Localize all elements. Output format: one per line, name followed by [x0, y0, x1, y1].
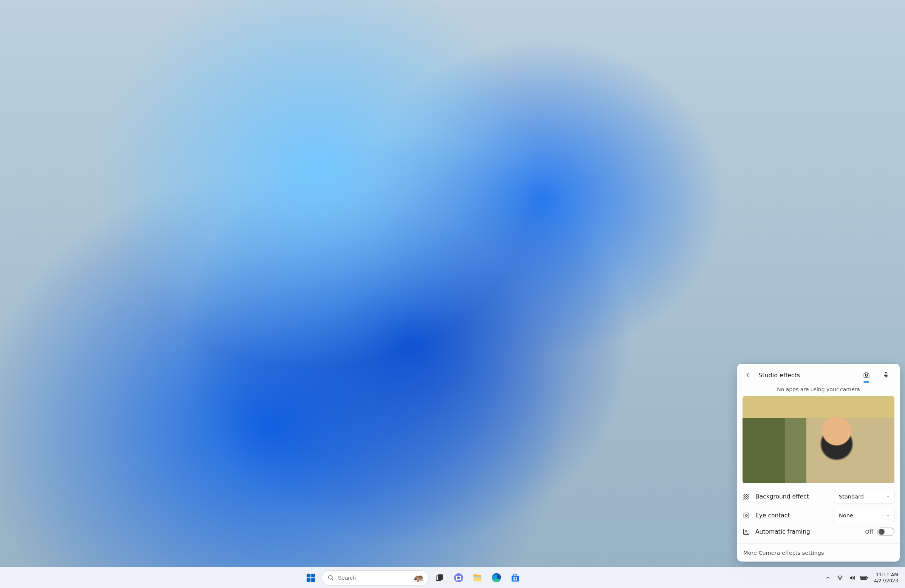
- eye-contact-label: Eye contact: [755, 512, 829, 519]
- camera-status-text: No apps are using your camera: [737, 385, 900, 396]
- microphone-icon: [882, 371, 890, 379]
- taskbar: 🦛 11:11 AM 4/27/2: [0, 567, 905, 588]
- flyout-title: Studio effects: [758, 372, 854, 379]
- clock-date: 4/27/2023: [874, 578, 898, 584]
- automatic-framing-state: Off: [865, 529, 873, 535]
- flyout-header: Studio effects: [737, 364, 900, 385]
- wifi-icon: [837, 574, 843, 581]
- row-eye-contact: Eye contact None: [743, 509, 894, 522]
- chevron-up-icon: [825, 575, 830, 580]
- eye-contact-value: None: [839, 512, 853, 518]
- svg-rect-15: [473, 576, 481, 577]
- automatic-framing-toggle[interactable]: [877, 528, 894, 536]
- row-automatic-framing: Automatic framing Off: [743, 528, 894, 536]
- svg-rect-1: [885, 372, 887, 376]
- folder-icon: [472, 572, 483, 583]
- automatic-framing-control: Off: [865, 528, 894, 536]
- svg-point-10: [329, 575, 332, 579]
- background-effect-label: Background effect: [755, 493, 829, 500]
- search-highlight-emoji: 🦛: [413, 573, 424, 582]
- desktop-wallpaper[interactable]: Studio effects No apps are using your ca…: [0, 0, 905, 567]
- search-input[interactable]: [337, 574, 410, 581]
- svg-rect-2: [744, 513, 749, 518]
- taskbar-clock[interactable]: 11:11 AM 4/27/2023: [871, 572, 901, 583]
- taskbar-app-store[interactable]: [507, 570, 523, 586]
- svg-rect-17: [511, 575, 519, 581]
- tray-battery[interactable]: [859, 570, 870, 586]
- battery-icon: [860, 574, 868, 581]
- background-effect-select[interactable]: Standard: [834, 490, 894, 503]
- search-icon: [327, 574, 334, 581]
- more-camera-effects-link[interactable]: More Camera effects settings: [743, 550, 824, 556]
- svg-rect-24: [861, 577, 866, 578]
- chat-icon: [453, 573, 463, 583]
- eye-contact-select[interactable]: None: [834, 509, 894, 522]
- chevron-down-icon: [886, 494, 890, 499]
- edge-icon: [491, 573, 501, 583]
- automatic-framing-label: Automatic framing: [755, 528, 860, 535]
- windows-icon: [306, 573, 316, 583]
- taskbar-app-chat[interactable]: [451, 570, 466, 586]
- taskbar-app-edge[interactable]: [488, 570, 504, 586]
- svg-rect-18: [513, 577, 514, 578]
- start-button[interactable]: [303, 570, 319, 586]
- taskbar-app-explorer[interactable]: [469, 570, 485, 586]
- volume-icon: [849, 574, 856, 581]
- svg-point-14: [457, 576, 460, 579]
- taskbar-search[interactable]: 🦛: [322, 570, 429, 585]
- svg-rect-12: [438, 575, 443, 579]
- flyout-footer: More Camera effects settings: [737, 544, 900, 561]
- tray-overflow[interactable]: [822, 570, 833, 586]
- back-button[interactable]: [742, 369, 754, 381]
- eye-contact-icon: [743, 512, 750, 519]
- background-effect-value: Standard: [839, 494, 864, 500]
- camera-icon: [863, 371, 870, 379]
- svg-rect-20: [513, 579, 514, 580]
- tab-microphone[interactable]: [878, 368, 894, 382]
- svg-rect-8: [306, 578, 310, 582]
- store-icon: [510, 573, 520, 583]
- system-tray: 11:11 AM 4/27/2023: [822, 570, 901, 586]
- row-background-effect: Background effect Standard: [743, 490, 894, 503]
- chevron-down-icon: [886, 513, 890, 518]
- task-view-button[interactable]: [432, 570, 448, 586]
- tray-wifi[interactable]: [835, 570, 845, 586]
- svg-rect-25: [867, 577, 868, 578]
- clock-time: 11:11 AM: [874, 572, 898, 578]
- automatic-framing-icon: [743, 528, 750, 536]
- tab-camera[interactable]: [859, 368, 874, 382]
- settings-list: Background effect Standard Eye contact N…: [737, 483, 900, 540]
- svg-point-0: [865, 374, 868, 377]
- svg-rect-7: [311, 574, 315, 577]
- svg-rect-6: [306, 574, 310, 577]
- svg-rect-19: [515, 577, 517, 578]
- studio-effects-flyout: Studio effects No apps are using your ca…: [737, 364, 900, 561]
- svg-point-22: [840, 579, 840, 580]
- svg-point-5: [746, 530, 747, 532]
- tray-volume[interactable]: [847, 570, 857, 586]
- taskbar-center: 🦛: [303, 570, 523, 586]
- svg-rect-9: [311, 578, 315, 582]
- task-view-icon: [435, 573, 444, 582]
- arrow-left-icon: [745, 372, 751, 379]
- svg-rect-21: [515, 579, 517, 580]
- camera-preview: [743, 396, 894, 483]
- background-effect-icon: [743, 493, 750, 500]
